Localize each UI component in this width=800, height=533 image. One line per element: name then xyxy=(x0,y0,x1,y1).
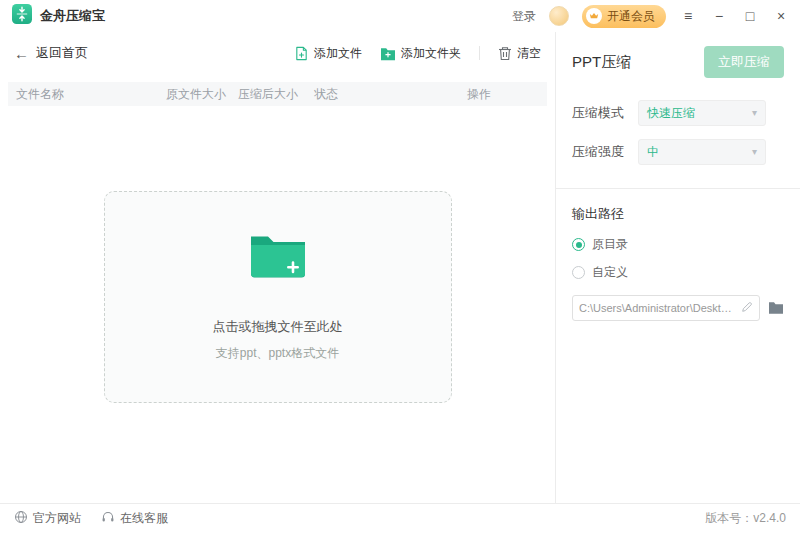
chevron-down-icon: ▾ xyxy=(752,147,757,157)
titlebar-right: 登录 开通会员 ≡ − □ × xyxy=(512,5,790,28)
clear-button[interactable]: 清空 xyxy=(498,45,541,62)
radio-original-directory[interactable]: 原目录 xyxy=(572,236,784,253)
close-button[interactable]: × xyxy=(772,9,790,23)
add-folder-icon xyxy=(380,46,396,61)
compression-mode-select[interactable]: 快速压缩 ▾ xyxy=(638,100,766,126)
file-list-panel: ← 返回首页 添加文件 xyxy=(0,32,555,503)
back-arrow-icon: ← xyxy=(14,45,29,62)
compression-strength-label: 压缩强度 xyxy=(572,143,638,161)
chevron-down-icon: ▾ xyxy=(752,108,757,118)
avatar[interactable] xyxy=(549,6,569,26)
add-file-label: 添加文件 xyxy=(314,45,362,62)
compression-mode-label: 压缩模式 xyxy=(572,104,638,122)
settings-panel: PPT压缩 立即压缩 压缩模式 快速压缩 ▾ 压缩强度 中 ▾ 输出路径 原目录… xyxy=(555,32,800,503)
online-support-label: 在线客服 xyxy=(120,510,168,527)
panel-title: PPT压缩 xyxy=(572,53,631,72)
titlebar-left: 金舟压缩宝 xyxy=(12,4,105,28)
output-path-label: 输出路径 xyxy=(572,205,784,223)
toolbar-actions: 添加文件 添加文件夹 xyxy=(294,45,541,62)
list-toolbar: ← 返回首页 添加文件 xyxy=(0,32,555,74)
compress-now-button[interactable]: 立即压缩 xyxy=(704,46,784,78)
app-window: { "app": { "title": "金舟压缩宝", "login_labe… xyxy=(0,0,800,533)
compression-strength-row: 压缩强度 中 ▾ xyxy=(572,139,784,165)
trash-icon xyxy=(498,46,512,61)
dropzone[interactable]: 点击或拖拽文件至此处 支持ppt、pptx格式文件 xyxy=(104,191,452,403)
footer-links: 官方网站 在线客服 xyxy=(14,510,168,527)
edit-pen-icon[interactable] xyxy=(741,299,753,317)
radio-unselected-icon xyxy=(572,266,585,279)
table-header: 文件名称 原文件大小 压缩后大小 状态 操作 xyxy=(8,82,547,106)
add-file-button[interactable]: 添加文件 xyxy=(294,45,362,62)
crown-icon xyxy=(586,8,602,24)
vip-button-label: 开通会员 xyxy=(607,8,655,25)
dropzone-subtitle: 支持ppt、pptx格式文件 xyxy=(216,345,339,362)
column-header-operation: 操作 xyxy=(467,86,539,103)
column-header-filename: 文件名称 xyxy=(16,86,166,103)
clear-button-label: 清空 xyxy=(517,45,541,62)
compression-strength-select[interactable]: 中 ▾ xyxy=(638,139,766,165)
compression-mode-row: 压缩模式 快速压缩 ▾ xyxy=(572,100,784,126)
add-folder-label: 添加文件夹 xyxy=(401,45,461,62)
menu-icon[interactable]: ≡ xyxy=(679,9,697,23)
toolbar-separator xyxy=(479,46,480,60)
online-support-link[interactable]: 在线客服 xyxy=(101,510,168,527)
add-file-icon xyxy=(294,46,309,61)
main-area: ← 返回首页 添加文件 xyxy=(0,32,800,503)
settings-panel-header: PPT压缩 立即压缩 xyxy=(572,46,784,78)
browse-folder-icon[interactable] xyxy=(768,301,784,315)
radio-selected-icon xyxy=(572,238,585,251)
back-button-label: 返回首页 xyxy=(36,44,88,62)
column-header-compressed-size: 压缩后大小 xyxy=(238,86,314,103)
radio-original-label: 原目录 xyxy=(592,236,628,253)
add-folder-button[interactable]: 添加文件夹 xyxy=(380,45,461,62)
folder-add-icon xyxy=(249,232,307,282)
official-website-link[interactable]: 官方网站 xyxy=(14,510,81,527)
panel-divider xyxy=(556,188,800,189)
output-path-value: C:\Users\Administrator\Desktop\金舟 xyxy=(579,301,737,316)
dropzone-title: 点击或拖拽文件至此处 xyxy=(213,318,343,336)
file-list-area: 点击或拖拽文件至此处 支持ppt、pptx格式文件 xyxy=(0,106,555,503)
app-logo-icon xyxy=(12,4,32,28)
footer-bar: 官方网站 在线客服 版本号：v2.4.0 xyxy=(0,503,800,533)
compression-strength-value: 中 xyxy=(647,144,659,161)
vip-button[interactable]: 开通会员 xyxy=(582,5,666,28)
output-path-input[interactable]: C:\Users\Administrator\Desktop\金舟 xyxy=(572,295,760,321)
column-header-original-size: 原文件大小 xyxy=(166,86,238,103)
compression-mode-value: 快速压缩 xyxy=(647,105,695,122)
maximize-button[interactable]: □ xyxy=(741,9,759,23)
output-path-row: C:\Users\Administrator\Desktop\金舟 xyxy=(572,295,784,321)
official-website-label: 官方网站 xyxy=(33,510,81,527)
version-text: 版本号：v2.4.0 xyxy=(705,510,786,527)
app-title: 金舟压缩宝 xyxy=(40,7,105,25)
login-link[interactable]: 登录 xyxy=(512,8,536,25)
minimize-button[interactable]: − xyxy=(710,9,728,23)
titlebar: 金舟压缩宝 登录 开通会员 ≡ − □ × xyxy=(0,0,800,32)
globe-icon xyxy=(14,510,28,527)
radio-custom-directory[interactable]: 自定义 xyxy=(572,264,784,281)
column-header-status: 状态 xyxy=(314,86,467,103)
back-button[interactable]: ← 返回首页 xyxy=(14,44,88,62)
radio-custom-label: 自定义 xyxy=(592,264,628,281)
headset-icon xyxy=(101,510,115,527)
